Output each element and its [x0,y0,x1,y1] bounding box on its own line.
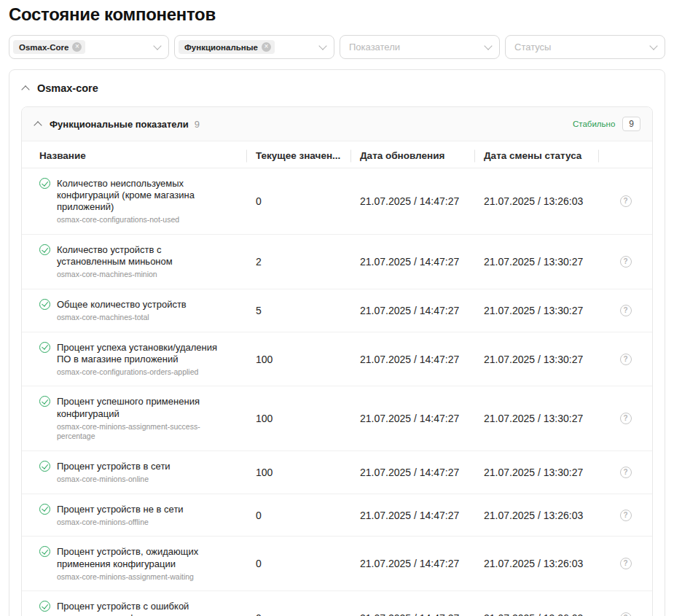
metric-status-changed: 21.07.2025 / 13:30:27 [475,256,599,268]
table-row: Процент устройств с ошибкой применения к… [22,591,652,616]
filter-chip-label: Функциональные [184,43,258,52]
metric-value: 100 [247,413,351,424]
help-icon[interactable] [620,195,632,207]
card-count: 9 [195,119,200,130]
metric-code: osmax-core-configurations-not-used [57,215,223,225]
column-header-name: Название [22,150,247,161]
filter-components-select[interactable]: Osmax-Core [9,35,169,59]
metric-name: Процент устройств с ошибкой применения к… [57,601,223,616]
metric-updated: 21.07.2025 / 14:47:27 [351,195,475,207]
column-header-updated: Дата обновления [351,150,475,161]
status-ok-icon [39,504,50,515]
table-row: Процент успешного применения конфигураци… [22,386,652,451]
metric-value: 5 [247,305,351,316]
table-row: Количество неиспользуемых конфигураций (… [22,168,652,235]
metric-name: Общее количество устройств [57,299,187,311]
metric-name: Процент устройств не в сети [57,504,184,515]
table-row: Процент устройств в сети osmax-core-mini… [22,451,652,494]
chevron-down-icon [318,42,326,50]
filter-placeholder: Показатели [344,42,400,52]
filter-chip-label: Osmax-Core [19,43,68,52]
chevron-down-icon [649,42,657,50]
column-header-status-changed: Дата смены статуса [475,150,599,161]
metric-updated: 21.07.2025 / 14:47:27 [351,510,475,521]
group-header: Osmax-core [9,70,665,105]
metric-value: 0 [247,558,351,569]
chip-close-icon[interactable] [262,42,271,52]
status-ok-icon [39,461,50,472]
card-title: Функциональные показатели [50,119,189,130]
filter-placeholder: Статусы [509,42,551,52]
metric-value: 0 [247,612,351,616]
metric-code: osmax-core-minions-assignment-waiting [57,572,223,582]
chevron-up-icon[interactable] [21,85,29,93]
metric-name: Процент успеха установки/удаления ПО в м… [57,342,223,365]
metric-code: osmax-core-configurations-orders-applied [57,367,223,378]
help-icon[interactable] [620,558,632,569]
metric-status-changed: 21.07.2025 / 13:30:27 [475,413,599,424]
metric-status-changed: 21.07.2025 / 13:30:27 [475,305,599,316]
component-status-page: Состояние компонентов Osmax-Core Функцио… [0,0,674,616]
chevron-up-icon[interactable] [34,121,42,129]
chip-close-icon[interactable] [72,42,82,52]
metric-value: 100 [247,354,351,365]
metric-name: Процент устройств, ожидающих применения … [57,546,223,569]
filter-bar: Osmax-Core Функциональные Показатели Ста… [9,35,665,59]
metric-value: 0 [247,510,351,521]
metric-status-changed: 21.07.2025 / 13:26:03 [475,612,599,616]
metric-value: 0 [247,195,351,207]
filter-chip-components: Osmax-Core [13,40,85,54]
metric-updated: 21.07.2025 / 14:47:27 [351,354,475,365]
metric-name: Процент устройств в сети [57,461,171,472]
chevron-down-icon [153,42,161,50]
metric-status-changed: 21.07.2025 / 13:30:27 [475,467,599,478]
metric-status-changed: 21.07.2025 / 13:26:03 [475,510,599,521]
table-header: Название Текущее значен... Дата обновлен… [22,141,652,168]
card-header: Функциональные показатели 9 Стабильно 9 [22,107,652,141]
table-row: Процент устройств не в сети osmax-core-m… [22,494,652,537]
help-icon[interactable] [620,510,632,521]
table-row: Количество устройств с установленным мин… [22,235,652,289]
metric-name: Количество неиспользуемых конфигураций (… [57,178,223,213]
indicators-card: Функциональные показатели 9 Стабильно 9 … [21,106,653,616]
filter-statuses-select[interactable]: Статусы [505,35,665,59]
status-ok-icon [39,342,50,353]
metric-code: osmax-core-minions-assignment-success-pe… [57,422,223,442]
help-icon[interactable] [620,612,632,616]
table-row: Общее количество устройств osmax-core-ma… [22,289,652,332]
table-row: Процент устройств, ожидающих применения … [22,537,652,591]
help-icon[interactable] [620,413,632,424]
help-icon[interactable] [620,467,632,478]
metric-value: 100 [247,467,351,478]
filter-groups-select[interactable]: Функциональные [174,35,334,59]
group-title: Osmax-core [37,82,98,94]
metric-updated: 21.07.2025 / 14:47:27 [351,256,475,268]
metric-updated: 21.07.2025 / 14:47:27 [351,305,475,316]
status-ok-icon [39,299,50,310]
metric-updated: 21.07.2025 / 14:47:27 [351,413,475,424]
metric-status-changed: 21.07.2025 / 13:26:03 [475,195,599,207]
help-icon[interactable] [620,354,632,365]
metric-updated: 21.07.2025 / 14:47:27 [351,467,475,478]
metric-updated: 21.07.2025 / 14:47:27 [351,558,475,569]
metric-updated: 21.07.2025 / 14:47:27 [351,612,475,616]
help-icon[interactable] [620,256,632,268]
page-title: Состояние компонентов [9,3,665,35]
help-icon[interactable] [620,305,632,316]
metric-code: osmax-core-machines-total [57,313,187,323]
status-ok-icon [39,178,50,189]
status-ok-icon [39,396,50,407]
metric-name: Процент успешного применения конфигураци… [57,396,223,419]
component-group-panel: Osmax-core Функциональные показатели 9 С… [9,69,665,616]
status-ok-icon [39,244,50,255]
status-label: Стабильно [573,120,615,128]
metric-name: Количество устройств с установленным мин… [57,244,223,268]
filter-indicators-select[interactable]: Показатели [340,35,500,59]
status-ok-icon [39,546,50,557]
metric-code: osmax-core-minions-online [57,475,171,485]
filter-chip-groups: Функциональные [179,40,275,54]
chevron-down-icon [484,42,492,50]
metric-status-changed: 21.07.2025 / 13:26:03 [475,558,599,569]
status-ok-icon [39,601,50,612]
table-row: Процент успеха установки/удаления ПО в м… [22,332,652,387]
